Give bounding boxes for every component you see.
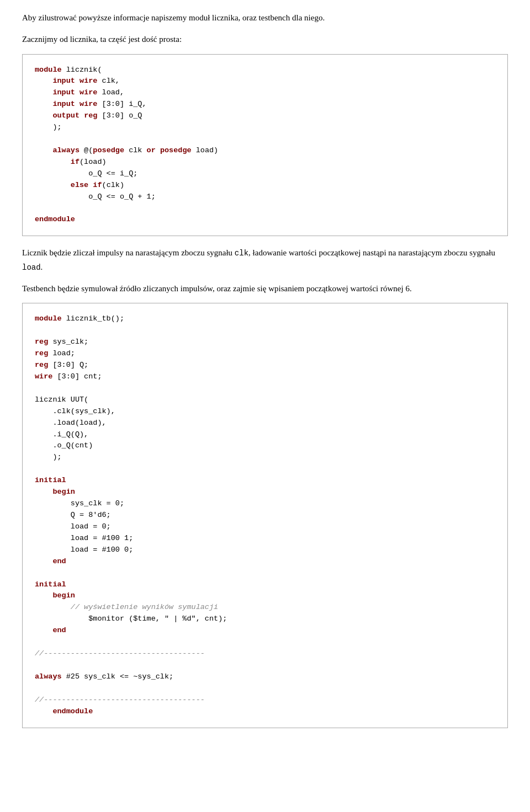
description-1: Licznik będzie zliczał impulsy na narast… — [22, 246, 508, 274]
code-block-2: module licznik_tb(); reg sys_clk; reg lo… — [22, 303, 508, 728]
code-plain: licznik( — [62, 66, 102, 74]
kw-module: module — [35, 66, 62, 74]
section2-intro: Testbench będzie symulował źródło zlicza… — [22, 282, 508, 296]
code-block-1: module licznik( input wire clk, input wi… — [22, 54, 508, 237]
section1-intro: Zacznijmy od licznika, ta część jest doś… — [22, 33, 508, 46]
intro-text: Aby zilustrować powyższe informacje napi… — [22, 11, 508, 25]
code-load: load — [22, 263, 41, 272]
code-clk: clk — [235, 249, 248, 258]
